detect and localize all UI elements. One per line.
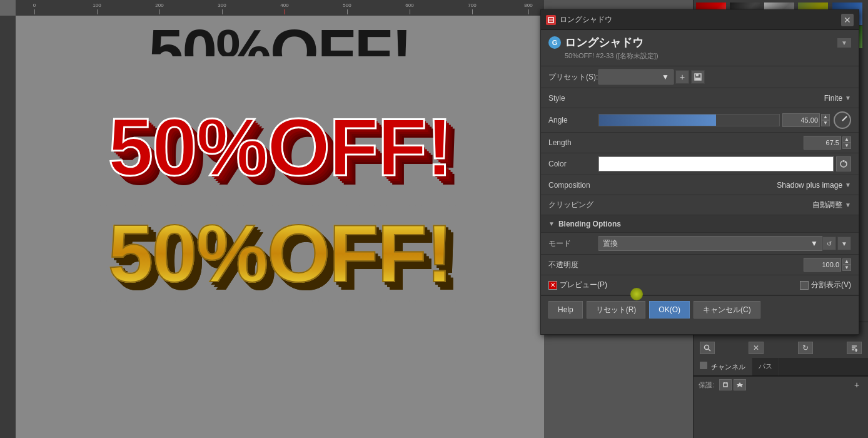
reset-button[interactable]: リセット(R): [587, 301, 646, 318]
preset-dropdown[interactable]: ▼: [598, 69, 674, 84]
preset-label: プリセット(S):: [548, 72, 598, 83]
bottom-controls: 保護: +: [694, 376, 868, 393]
style-label: Style: [548, 94, 565, 103]
angle-label: Angle: [548, 116, 598, 125]
length-down-button[interactable]: ▼: [842, 143, 851, 149]
preview-checkbox[interactable]: ✕: [548, 281, 557, 290]
preview-row: ✕ プレビュー(P) 分割表示(V): [541, 275, 859, 295]
add-layer-button[interactable]: +: [850, 379, 863, 390]
split-label: 分割表示(V): [811, 280, 851, 290]
color-picker-button[interactable]: [836, 156, 851, 171]
length-label: Length: [548, 138, 598, 147]
protect-icon-1[interactable]: [719, 379, 732, 390]
red-text-display: 50%OFF!: [108, 106, 452, 188]
composition-dropdown-arrow: ▼: [845, 181, 851, 188]
protect-icon-2[interactable]: [734, 379, 746, 390]
color-swatch[interactable]: [598, 156, 834, 171]
mode-label: モード: [548, 238, 598, 249]
tag-refresh-button[interactable]: ↻: [798, 342, 813, 354]
opacity-up-button[interactable]: ▲: [842, 258, 851, 265]
mode-value-text: 置換: [603, 238, 618, 249]
help-button[interactable]: Help: [548, 301, 583, 318]
blending-options-header[interactable]: ▼ Blending Options: [541, 215, 859, 233]
opacity-input[interactable]: [804, 258, 841, 272]
angle-row: Angle ▲ ▼: [541, 108, 859, 133]
preset-save-button[interactable]: [691, 70, 705, 84]
angle-bar[interactable]: [598, 114, 780, 126]
g-icon: G: [548, 36, 561, 49]
dialog-close-button[interactable]: ✕: [841, 14, 854, 26]
opacity-label: 不透明度: [548, 260, 598, 270]
length-input[interactable]: [804, 136, 841, 150]
tag-delete-button[interactable]: ✕: [749, 342, 764, 354]
ruler-mark-0: 0: [33, 3, 36, 8]
angle-down-button[interactable]: ▼: [821, 120, 830, 126]
mode-dropdown[interactable]: 置換 ▼: [598, 236, 822, 251]
svg-point-8: [705, 345, 709, 350]
blending-options-title: Blending Options: [558, 220, 621, 228]
canvas-area: 0 100 200 300 400 500 600 700 800 50%OFF…: [0, 0, 544, 438]
mode-right-button[interactable]: ▼: [837, 237, 851, 250]
angle-bar-fill: [599, 115, 716, 126]
style-dropdown-arrow: ▼: [845, 94, 851, 101]
ruler-marks: 0 100 200 300 400 500 600 700 800: [16, 0, 544, 16]
ruler-mark-500: 500: [343, 3, 351, 8]
ruler-mark-300: 300: [218, 3, 226, 8]
dialog-body: プリセット(S): ▼ + Style Fin: [541, 66, 859, 295]
clipping-label: クリッピング: [548, 200, 593, 210]
dialog-subtitle: 50%OFF! #2-33 ([名称未設定]): [548, 51, 851, 61]
mode-arrows: ↺ ▼: [822, 237, 851, 250]
opacity-down-button[interactable]: ▼: [842, 265, 851, 271]
split-view-container: 分割表示(V): [800, 280, 851, 290]
tag-icons: ✕ ↻: [694, 342, 868, 358]
dialog-header-title: G ロングシャドウ ▼: [548, 35, 851, 50]
ruler-mark-600: 600: [405, 3, 413, 8]
dialog-panel: ロングシャドウ ✕ G ロングシャドウ ▼ 50%OFF! #2-33 ([名称…: [540, 9, 859, 335]
svg-line-9: [709, 349, 710, 351]
composition-label: Composition: [548, 181, 590, 190]
svg-rect-11: [724, 382, 725, 384]
path-tab[interactable]: パス: [752, 358, 779, 375]
color-row: Color: [541, 153, 859, 175]
preview-label[interactable]: プレビュー(P): [560, 280, 607, 290]
clipping-dropdown-arrow: ▼: [845, 201, 851, 208]
ok-button[interactable]: OK(O): [649, 301, 690, 318]
mode-row: モード 置換 ▼ ↺ ▼: [541, 233, 859, 255]
blending-collapse-icon: ▼: [548, 220, 555, 227]
svg-rect-3: [696, 74, 699, 76]
panel-tabs: チャンネル パス: [694, 358, 868, 376]
preset-add-button[interactable]: +: [675, 70, 689, 84]
channel-tab[interactable]: チャンネル: [694, 358, 752, 375]
preset-row-content: ▼ +: [598, 69, 851, 84]
dialog-title-icon: [546, 15, 556, 25]
ruler-mark-400: 400: [280, 3, 288, 8]
tag-search-button[interactable]: [700, 342, 715, 354]
angle-up-button[interactable]: ▲: [821, 114, 830, 120]
mode-left-button[interactable]: ↺: [822, 237, 836, 250]
length-up-button[interactable]: ▲: [842, 136, 851, 143]
angle-dial[interactable]: [834, 111, 851, 129]
channel-icon: [700, 362, 707, 369]
dialog-title-text: ロングシャドウ: [560, 14, 841, 25]
split-checkbox[interactable]: [800, 281, 809, 290]
clipping-value-text: 自動調整: [812, 200, 842, 210]
angle-spinner: ▲ ▼: [821, 114, 830, 126]
ruler-left: [0, 16, 16, 438]
ruler-mark-100: 100: [93, 3, 101, 8]
expand-icon[interactable]: ▼: [837, 38, 851, 48]
length-spinner: ▲ ▼: [842, 136, 851, 149]
gold-text-display: 50%OFF!: [108, 213, 452, 294]
cancel-button[interactable]: キャンセル(C): [694, 301, 760, 318]
canvas-content: 50%OFF! 50%OFF! 50%OFF!: [16, 16, 544, 438]
angle-input[interactable]: [782, 113, 820, 127]
style-value-container[interactable]: Finite ▼: [824, 94, 851, 103]
dialog-header: G ロングシャドウ ▼ 50%OFF! #2-33 ([名称未設定]): [541, 30, 859, 66]
tag-more-button[interactable]: [847, 342, 862, 354]
ruler-mark-700: 700: [468, 3, 476, 8]
composition-row: Composition Shadow plus image ▼: [541, 175, 859, 195]
svg-rect-12: [726, 382, 727, 384]
opacity-spinner: ▲ ▼: [842, 258, 851, 271]
clipping-value-container[interactable]: 自動調整 ▼: [812, 200, 851, 210]
length-row: Length ▲ ▼: [541, 133, 859, 153]
composition-value-container[interactable]: Shadow plus image ▼: [777, 181, 851, 190]
